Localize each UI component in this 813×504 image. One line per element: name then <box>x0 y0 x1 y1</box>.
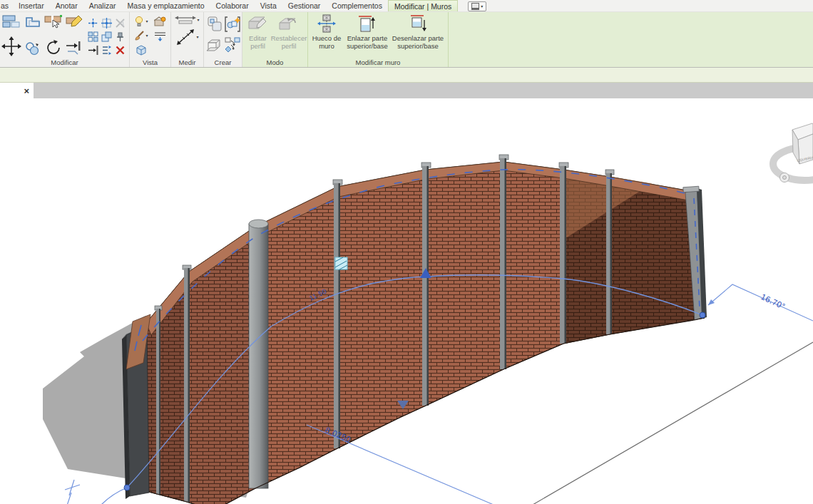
panel-crear: Crear <box>204 12 242 67</box>
unjoin-gray-icon <box>114 17 126 29</box>
edit-wall-icon[interactable] <box>66 14 84 30</box>
3d-view-canvas[interactable]: 8.0250 16.70° 11.50 IZQUIERDA <box>0 98 813 504</box>
brush-icon[interactable]: ▾ <box>134 31 148 41</box>
tab-vista[interactable]: Vista <box>255 0 282 11</box>
box3d-icon[interactable] <box>135 44 148 56</box>
editar-perfil-icon <box>247 14 269 33</box>
tab-insertar[interactable]: Insertar <box>13 0 50 11</box>
viewcube[interactable]: IZQUIERDA <box>773 123 813 182</box>
restablecer-perfil-button: Restablecer perfil <box>272 14 305 50</box>
tab-analizar[interactable]: Analizar <box>83 0 122 11</box>
tab-gestionar[interactable]: Gestionar <box>282 0 327 11</box>
ribbon-contextual-fill <box>449 12 813 67</box>
curved-brick-wall[interactable] <box>146 155 707 504</box>
pin-icon[interactable] <box>114 31 126 42</box>
split-wall-icon[interactable] <box>44 14 63 30</box>
ribbon-toggle-icon[interactable]: ▾ <box>468 1 486 11</box>
hueco-de-muro-button[interactable]: Hueco de muro <box>310 14 343 50</box>
tab-anotar[interactable]: Anotar <box>50 0 83 11</box>
offset-circles-icon[interactable] <box>24 40 42 57</box>
close-view-icon[interactable]: × <box>24 86 29 96</box>
enlazar-icon <box>357 14 378 33</box>
move-icon[interactable] <box>1 36 21 57</box>
align-icon[interactable] <box>65 40 85 57</box>
panel-label-modificar[interactable]: Modificar <box>0 58 129 66</box>
model-line[interactable] <box>533 342 813 504</box>
panel-label-modo[interactable]: Modo <box>242 58 307 66</box>
load-project-icon[interactable] <box>206 37 223 53</box>
measure-diagonal-icon[interactable]: ▾ <box>175 28 198 46</box>
wall-end-handle[interactable] <box>124 485 130 490</box>
restablecer-perfil-icon <box>278 14 300 33</box>
trim-arrow-icon[interactable] <box>87 44 98 56</box>
thin-lines-icon[interactable] <box>154 31 166 41</box>
view-tab[interactable]: × <box>0 83 34 98</box>
panel-label-medir[interactable]: Medir <box>171 58 203 66</box>
ribbon-tab-bar: as Insertar Anotar Analizar Masa y empla… <box>0 0 813 12</box>
dim-angle[interactable]: 16.70° <box>760 292 787 311</box>
render-icon[interactable] <box>154 16 166 27</box>
tab-colaborar[interactable]: Colaborar <box>210 0 255 11</box>
wall-end-handle[interactable] <box>700 312 705 318</box>
cut-geometry-icon[interactable] <box>87 17 98 29</box>
revit-window: as Insertar Anotar Analizar Masa y empla… <box>0 0 813 504</box>
desenlazar-icon <box>407 14 429 33</box>
create-similar-icon[interactable] <box>224 16 241 33</box>
panel-modificar-muro: Hueco de muro Enlazar parte superior/bas… <box>308 12 449 67</box>
view-tab-bar: × <box>0 83 813 98</box>
panel-medir: ▾ ▾ Medir <box>171 12 204 67</box>
tab-modificar-muros[interactable]: Modificar | Muros <box>388 0 458 11</box>
editar-perfil-button: Editar perfil <box>245 14 271 50</box>
hueco-muro-icon <box>317 14 337 33</box>
options-bar <box>0 68 813 83</box>
panel-label-vista[interactable]: Vista <box>130 58 170 66</box>
group-icon[interactable] <box>207 16 223 33</box>
cope-icon[interactable] <box>24 14 42 30</box>
tab-complementos[interactable]: Complementos <box>326 0 388 11</box>
rotate-icon[interactable] <box>44 38 63 57</box>
drawing-area: 8.0250 16.70° 11.50 IZQUIERDA <box>0 98 813 504</box>
legend-icon[interactable] <box>224 36 241 53</box>
tab-partial[interactable]: as <box>0 0 13 11</box>
delete-icon[interactable] <box>114 44 126 56</box>
wall-corner-icon[interactable] <box>2 14 21 29</box>
panel-vista: ▾ ▾ Vista <box>130 12 171 67</box>
ruler-icon[interactable]: ▾ <box>175 15 199 25</box>
drag-hatch-handle[interactable] <box>335 257 347 269</box>
edit-list-icon[interactable] <box>101 44 112 56</box>
lightbulb-icon[interactable]: ▾ <box>134 16 148 28</box>
array-squares-icon[interactable] <box>87 31 98 42</box>
panel-label-crear[interactable]: Crear <box>204 58 242 66</box>
scale-corner-icon[interactable] <box>101 31 112 42</box>
panel-modo: Editar perfil Restablecer perfil Modo <box>242 12 308 67</box>
ribbon: Modificar ▾ ▾ Vista ▾ ▾ Medir <box>0 12 813 68</box>
desenlazar-parte-button[interactable]: Desenlazar parte superior/base <box>392 14 444 50</box>
panel-modificar: Modificar <box>0 12 130 67</box>
enlazar-parte-button[interactable]: Enlazar parte superior/base <box>344 14 390 50</box>
panel-label-modificar-muro[interactable]: Modificar muro <box>308 58 448 66</box>
apply-join-icon[interactable] <box>101 17 112 29</box>
tab-masa-emplazamiento[interactable]: Masa y emplazamiento <box>122 0 210 11</box>
